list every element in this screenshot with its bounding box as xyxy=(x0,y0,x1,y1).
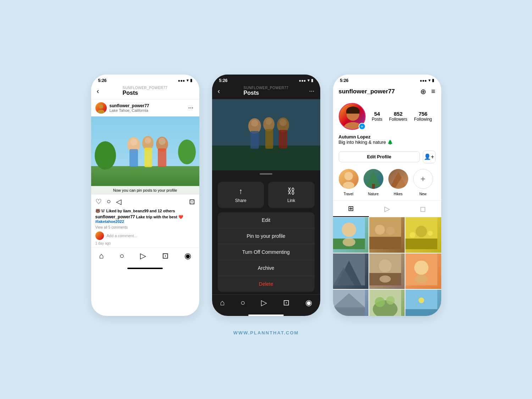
add-post-icon[interactable]: ⊕ xyxy=(420,87,426,96)
tab-reels[interactable]: ▷ xyxy=(369,201,405,217)
tab-grid[interactable]: ⊞ xyxy=(333,201,369,217)
nav-search-2[interactable]: ○ xyxy=(240,298,245,307)
post-comments-link-1[interactable]: View all 5 comments xyxy=(91,225,199,230)
svg-point-52 xyxy=(379,259,392,272)
posts-label: Posts xyxy=(372,117,382,122)
status-icons-1: ●●● ▾ ▮ xyxy=(178,78,192,83)
photo-cell-3[interactable] xyxy=(405,217,441,253)
posts-count: 54 xyxy=(372,111,382,117)
post-image-dark xyxy=(212,99,320,170)
photo-cell-2[interactable] xyxy=(369,217,405,253)
photo-cell-4[interactable] xyxy=(333,253,368,289)
svg-rect-25 xyxy=(279,130,287,148)
svg-rect-58 xyxy=(333,307,365,316)
profile-stats-row: + 54 Posts 852 Followers 756 Following xyxy=(333,99,441,134)
share-label: Share xyxy=(235,198,246,203)
svg-rect-14 xyxy=(158,148,166,167)
nav-home-1[interactable]: ⌂ xyxy=(99,251,104,261)
back-button-1[interactable]: ‹ xyxy=(97,87,99,95)
delete-item[interactable]: Delete xyxy=(218,276,315,292)
avatar-plus-icon[interactable]: + xyxy=(359,123,366,130)
back-button-2[interactable]: ‹ xyxy=(218,87,220,95)
story-travel[interactable]: Travel xyxy=(339,169,359,197)
nav-profile-1[interactable]: ◉ xyxy=(184,251,191,261)
post-user-info-1: sunflower_power77 Lake Tahoe, California xyxy=(110,103,195,113)
nav-reels-1[interactable]: ▷ xyxy=(140,251,146,261)
svg-rect-65 xyxy=(405,309,437,316)
profile-stats: 54 Posts 852 Followers 756 Following xyxy=(368,111,436,122)
more-button-2[interactable]: ··· xyxy=(309,87,314,95)
link-card-button[interactable]: ⛓ Link xyxy=(268,182,315,208)
bookmark-button-1[interactable]: ⊡ xyxy=(189,197,195,206)
posts-stat: 54 Posts xyxy=(372,111,382,122)
status-icons-2: ●●● ▾ ▮ xyxy=(299,78,313,83)
battery-icon-3: ▮ xyxy=(432,78,434,83)
profile-header-icons: ⊕ ≡ xyxy=(420,87,436,96)
post-actions-1: ♡ ○ ◁ ⊡ xyxy=(91,195,199,209)
header-title-1: Posts xyxy=(123,90,168,96)
nav-shop-1[interactable]: ⊡ xyxy=(162,251,168,261)
photo-cell-5[interactable] xyxy=(369,253,405,289)
nav-reels-2[interactable]: ▷ xyxy=(261,298,267,307)
photo-cell-8[interactable] xyxy=(369,290,405,316)
post-hashtag-1[interactable]: #laketahoe2022 xyxy=(95,219,124,224)
share-card-button[interactable]: ↑ Share xyxy=(218,182,264,208)
edit-item[interactable]: Edit xyxy=(218,212,315,228)
archive-item[interactable]: Archive xyxy=(218,260,315,276)
story-nature[interactable]: Nature xyxy=(364,169,383,197)
profile-bio: Autumn Lopez Big into hiking & nature 🌲 xyxy=(333,134,441,148)
nav-home-2[interactable]: ⌂ xyxy=(220,298,225,307)
svg-point-9 xyxy=(130,138,137,146)
comment-button-1[interactable]: ○ xyxy=(107,197,111,206)
action-buttons-row: ↑ Share ⛓ Link xyxy=(212,177,320,212)
photo-cell-7[interactable] xyxy=(333,290,368,316)
header-1: ‹ SUNFLOWER_POWER77 Posts xyxy=(91,84,199,99)
photo-cell-6[interactable] xyxy=(405,253,441,289)
svg-point-46 xyxy=(428,231,433,236)
wifi-icon: ▾ xyxy=(187,78,189,83)
photo-cell-1[interactable] xyxy=(333,217,368,253)
svg-rect-43 xyxy=(405,239,437,249)
profile-tabs: ⊞ ▷ ◻ xyxy=(333,200,441,217)
stories-row: Travel Nature Hikes xyxy=(333,165,441,200)
photo-grid xyxy=(333,217,441,316)
story-nature-label: Nature xyxy=(368,192,378,196)
header-username-1: SUNFLOWER_POWER77 xyxy=(123,86,168,90)
svg-point-1 xyxy=(98,110,105,114)
wifi-icon-2: ▾ xyxy=(307,78,310,83)
post-likes-1: 🐻🐨 Liked by liam_beanz99 and 12 others xyxy=(91,209,199,213)
comment-input-1[interactable]: Add a comment... xyxy=(107,234,137,238)
nav-search-1[interactable]: ○ xyxy=(120,251,124,261)
pin-item[interactable]: Pin to your profile xyxy=(218,228,315,244)
nav-shop-2[interactable]: ⊡ xyxy=(283,298,289,307)
turn-off-item[interactable]: Turn Off Commenting xyxy=(218,244,315,260)
like-button-1[interactable]: ♡ xyxy=(95,197,102,206)
photo-cell-9[interactable] xyxy=(405,290,441,316)
followers-count: 852 xyxy=(389,111,407,117)
caption-username-1: sunflower_power77 xyxy=(95,214,135,219)
tab-tagged[interactable]: ◻ xyxy=(405,201,441,217)
post-username-1: sunflower_power77 xyxy=(110,103,195,108)
followers-stat[interactable]: 852 Followers xyxy=(389,111,407,122)
following-stat[interactable]: 756 Following xyxy=(414,111,432,122)
svg-point-11 xyxy=(159,138,166,145)
menu-icon[interactable]: ≡ xyxy=(431,87,436,96)
add-person-icon: 👤+ xyxy=(424,153,434,160)
svg-point-36 xyxy=(342,223,356,237)
action-list: Edit Pin to your profile Turn Off Commen… xyxy=(218,212,315,292)
more-button-1[interactable]: ··· xyxy=(188,104,193,111)
svg-point-53 xyxy=(379,275,391,283)
share-icon: ↑ xyxy=(239,187,243,196)
story-hikes-label: Hikes xyxy=(394,192,403,196)
profile-name: Autumn Lopez xyxy=(339,134,436,140)
add-person-button[interactable]: 👤+ xyxy=(423,151,436,163)
share-button-1[interactable]: ◁ xyxy=(116,197,121,206)
nav-profile-2[interactable]: ◉ xyxy=(305,298,312,307)
story-hikes[interactable]: Hikes xyxy=(388,169,408,197)
profile-header: sunflower_power77 ⊕ ≡ xyxy=(333,84,441,99)
story-new[interactable]: + New xyxy=(413,169,433,197)
home-indicator-1 xyxy=(127,268,163,269)
edit-profile-button[interactable]: Edit Profile xyxy=(339,151,420,162)
wifi-icon-3: ▾ xyxy=(428,78,431,83)
story-new-label: New xyxy=(419,192,426,196)
